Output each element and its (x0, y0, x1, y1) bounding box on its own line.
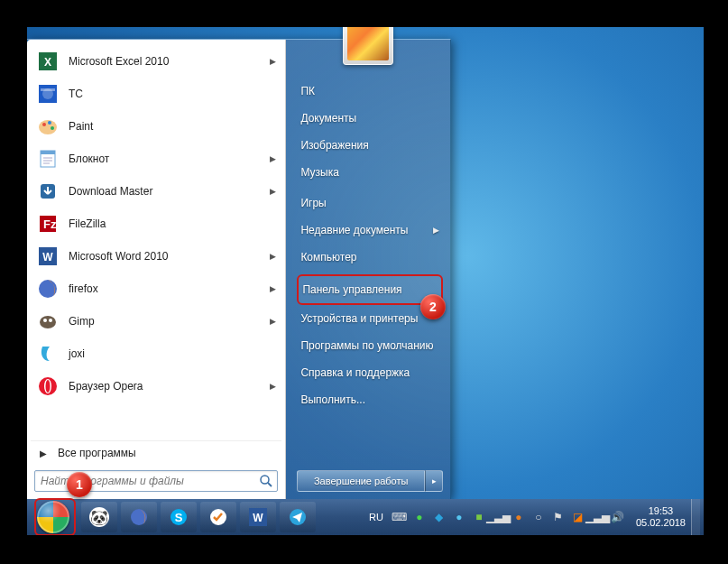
svg-point-22 (49, 319, 52, 322)
item-label: Игры (300, 197, 326, 209)
program-item-download-master[interactable]: Download Master ▶ (31, 175, 281, 208)
program-item-excel[interactable]: X Microsoft Excel 2010 ▶ (31, 45, 281, 78)
program-label: Paint (69, 120, 93, 133)
program-label: FileZilla (69, 217, 106, 230)
program-item-joxi[interactable]: joxi (31, 337, 281, 370)
submenu-arrow-icon: ▶ (270, 187, 276, 196)
svg-point-6 (42, 123, 46, 126)
svg-rect-4 (41, 88, 55, 91)
submenu-arrow-icon: ▶ (270, 252, 276, 261)
tray-icon-5[interactable]: ● (511, 510, 526, 524)
right-item-pictures[interactable]: Изображения (297, 132, 443, 159)
all-programs-button[interactable]: ▶ Все программы (31, 440, 281, 465)
submenu-arrow-icon: ▶ (433, 226, 439, 235)
item-label: ПК (300, 85, 315, 97)
network-icon-2[interactable]: ▁▃▅ (591, 510, 605, 524)
start-menu: X Microsoft Excel 2010 ▶ TC Paint Блокно… (27, 39, 451, 499)
language-indicator[interactable]: RU (365, 510, 387, 524)
program-item-paint[interactable]: Paint (31, 110, 281, 143)
right-item-computer[interactable]: Компьютер (297, 244, 443, 271)
right-item-run[interactable]: Выполнить... (297, 386, 443, 413)
tray-icon-7[interactable]: ◪ (571, 510, 585, 524)
word-icon: W (248, 507, 268, 527)
right-item-games[interactable]: Игры (297, 190, 443, 217)
shutdown-button[interactable]: Завершение работы (297, 470, 425, 492)
triangle-right-icon: ▶ (40, 448, 47, 458)
tray-icon-1[interactable]: ● (412, 510, 427, 524)
svg-text:X: X (44, 56, 51, 69)
program-item-notepad[interactable]: Блокнот ▶ (31, 143, 281, 175)
callout-2: 2 (420, 294, 446, 319)
program-label: Microsoft Word 2010 (69, 250, 169, 263)
taskbar-pinned-skype[interactable]: S (161, 502, 197, 532)
svg-text:W: W (253, 512, 263, 524)
item-label: Недавние документы (300, 224, 408, 236)
system-tray: RU ⌨ ● ◆ ● ■ ▁▃▅ ● ○ ⚑ ◪ ▁▃▅ 🔊 (360, 510, 631, 524)
firefox-icon (36, 277, 60, 300)
tc-icon (36, 82, 60, 106)
item-label: Устройства и принтеры (300, 312, 418, 325)
taskbar-pinned-telegram[interactable] (280, 502, 316, 532)
network-icon[interactable]: ▁▃▅ (492, 510, 506, 524)
item-label: Программы по умолчанию (300, 339, 433, 352)
keyboard-icon[interactable]: ⌨ (392, 510, 407, 524)
start-menu-left-pane: X Microsoft Excel 2010 ▶ TC Paint Блокно… (27, 40, 286, 499)
right-item-documents[interactable]: Документы (297, 105, 443, 132)
program-item-firefox[interactable]: firefox ▶ (31, 273, 281, 305)
program-label: joxi (69, 347, 85, 360)
taskbar-pinned-panda[interactable]: 🐼 (81, 502, 117, 532)
telegram-icon (288, 507, 308, 527)
program-item-tc[interactable]: TC (31, 78, 281, 110)
gimp-icon (36, 310, 60, 333)
svg-point-21 (43, 319, 47, 322)
svg-point-19 (39, 280, 57, 298)
chevron-right-icon: ▸ (432, 476, 437, 485)
user-picture-icon (347, 27, 389, 60)
taskbar-pinned-checkmark[interactable] (200, 502, 236, 532)
taskbar-pinned-firefox[interactable] (121, 502, 157, 532)
tray-icon-2[interactable]: ◆ (432, 510, 447, 524)
tray-icon-3[interactable]: ● (452, 510, 466, 524)
callout-1: 1 (67, 472, 92, 497)
right-item-user[interactable]: ПК (297, 78, 443, 105)
svg-point-26 (261, 476, 269, 484)
flag-icon[interactable]: ⚑ (551, 510, 566, 524)
right-item-recent[interactable]: Недавние документы▶ (297, 217, 443, 244)
program-label: Microsoft Excel 2010 (69, 55, 169, 68)
tray-icon-4[interactable]: ■ (472, 510, 486, 524)
search-icon (259, 474, 273, 488)
svg-point-8 (51, 126, 54, 130)
skype-icon: S (169, 507, 189, 527)
program-label: Download Master (69, 185, 152, 198)
shutdown-label: Завершение работы (314, 476, 408, 486)
tray-icon-6[interactable]: ○ (531, 510, 546, 524)
taskbar-pinned-word[interactable]: W (240, 502, 276, 532)
shutdown-options-button[interactable]: ▸ (425, 470, 443, 492)
start-button-wrap (31, 499, 76, 535)
start-button[interactable] (37, 501, 69, 533)
right-item-help[interactable]: Справка и поддержка (297, 359, 443, 386)
program-list: X Microsoft Excel 2010 ▶ TC Paint Блокно… (31, 45, 281, 437)
program-item-opera[interactable]: Браузер Opera ▶ (31, 370, 281, 402)
joxi-icon (36, 342, 60, 365)
taskbar: 🐼 S W RU ⌨ ● ◆ ● ■ ▁▃▅ ● ○ ⚑ ◪ ▁▃▅ 🔊 19:… (27, 499, 704, 535)
program-item-filezilla[interactable]: Fz FileZilla (31, 208, 281, 240)
program-item-word[interactable]: W Microsoft Word 2010 ▶ (31, 240, 281, 273)
submenu-arrow-icon: ▶ (270, 382, 276, 391)
filezilla-icon: Fz (36, 212, 60, 236)
program-item-gimp[interactable]: Gimp ▶ (31, 305, 281, 337)
clock[interactable]: 19:53 05.02.2018 (631, 505, 691, 528)
volume-icon[interactable]: 🔊 (611, 510, 625, 524)
right-item-music[interactable]: Музыка (297, 159, 443, 186)
item-label: Музыка (300, 166, 338, 179)
checkmark-icon (208, 507, 228, 527)
show-desktop-button[interactable] (691, 499, 700, 535)
item-label: Панель управления (302, 283, 401, 296)
right-item-default-programs[interactable]: Программы по умолчанию (297, 332, 443, 359)
all-programs-label: Все программы (58, 447, 136, 459)
svg-line-27 (268, 483, 272, 486)
user-picture-frame[interactable] (343, 27, 393, 65)
submenu-arrow-icon: ▶ (270, 317, 276, 326)
program-label: firefox (69, 282, 98, 295)
item-label: Изображения (300, 139, 368, 152)
